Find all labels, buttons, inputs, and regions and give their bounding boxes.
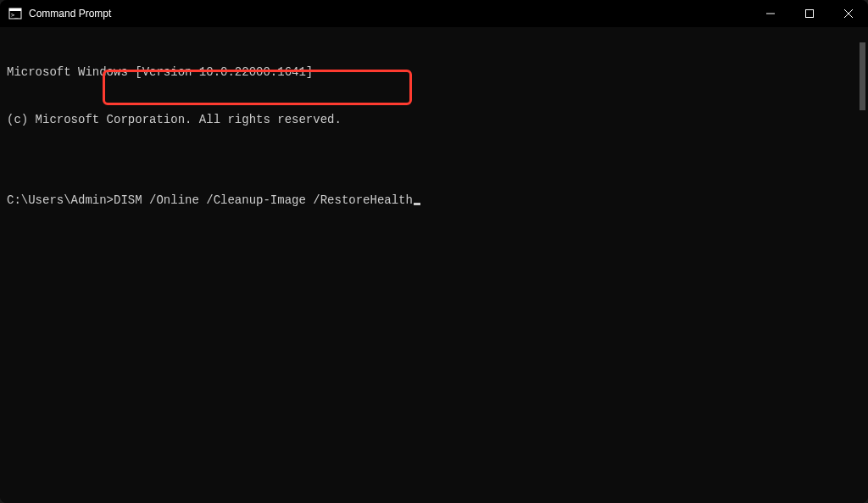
window-title: Command Prompt: [29, 8, 751, 20]
cursor: [414, 203, 420, 205]
command-prompt-window: >_ Command Prompt Microsoft Windows [Ver…: [0, 0, 868, 503]
maximize-button[interactable]: [790, 0, 829, 27]
copyright-line: (c) Microsoft Corporation. All rights re…: [7, 112, 861, 128]
titlebar[interactable]: >_ Command Prompt: [0, 0, 868, 27]
svg-rect-4: [806, 10, 814, 18]
terminal-body[interactable]: Microsoft Windows [Version 10.0.22000.16…: [0, 27, 868, 503]
svg-text:>_: >_: [11, 12, 19, 19]
cmd-icon: >_: [8, 7, 22, 20]
window-controls: [751, 0, 868, 27]
prompt-line: C:\Users\Admin>DISM /Online /Cleanup-Ima…: [7, 193, 861, 209]
minimize-button[interactable]: [751, 0, 790, 27]
close-button[interactable]: [829, 0, 868, 27]
prompt-path: C:\Users\Admin>: [7, 193, 114, 207]
command-text: DISM /Online /Cleanup-Image /RestoreHeal…: [114, 193, 413, 207]
version-line: Microsoft Windows [Version 10.0.22000.16…: [7, 64, 861, 81]
svg-rect-1: [9, 8, 21, 11]
scrollbar-thumb[interactable]: [860, 42, 865, 110]
